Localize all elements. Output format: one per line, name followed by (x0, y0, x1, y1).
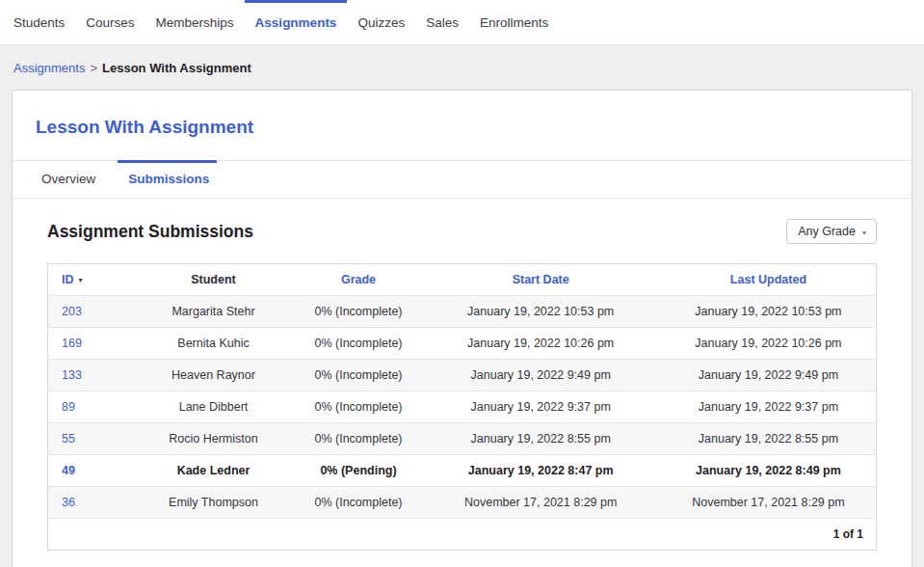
start-date-cell: January 19, 2022 10:26 pm (421, 328, 661, 360)
pagination-row: 1 of 1 (48, 519, 877, 551)
last-updated-cell: January 19, 2022 9:37 pm (661, 392, 877, 423)
nav-item-quizzes[interactable]: Quizzes (347, 0, 415, 44)
table-row: 133 Heaven Raynor 0% (Incomplete) Januar… (48, 360, 877, 392)
section-title: Assignment Submissions (47, 222, 253, 242)
grade-cell: 0% (Incomplete) (297, 487, 421, 519)
student-cell: Bernita Kuhic (131, 328, 297, 360)
tab-submissions[interactable]: Submissions (126, 161, 211, 198)
nav-item-assignments[interactable]: Assignments (245, 0, 348, 44)
start-date-cell: January 19, 2022 9:37 pm (421, 392, 661, 423)
breadcrumb-link-assignments[interactable]: Assignments (13, 61, 85, 75)
sort-caret-icon: ▾ (79, 276, 83, 284)
table-row: 55 Rocio Hermiston 0% (Incomplete) Janua… (48, 423, 877, 455)
breadcrumb: Assignments>Lesson With Assignment (0, 45, 924, 90)
column-header-id: ID▾ (48, 264, 131, 296)
table-header-row: ID▾ Student Grade Start Date Last Update… (48, 264, 877, 296)
start-date-cell: November 17, 2021 8:29 pm (421, 487, 661, 519)
submission-id-link[interactable]: 49 (62, 464, 75, 477)
last-updated-cell: January 19, 2022 10:53 pm (661, 296, 877, 328)
start-date-cell: January 19, 2022 9:49 pm (421, 360, 661, 392)
grade-filter-dropdown[interactable]: Any Grade ▾ (786, 219, 877, 244)
column-header-student: Student (131, 264, 297, 296)
table-row: 89 Lane Dibbert 0% (Incomplete) January … (48, 392, 877, 423)
submission-id-link[interactable]: 203 (62, 305, 82, 318)
last-updated-cell: November 17, 2021 8:29 pm (661, 487, 877, 519)
submissions-table: ID▾ Student Grade Start Date Last Update… (47, 263, 877, 551)
sort-id-link[interactable]: ID (62, 273, 74, 286)
column-header-grade: Grade (297, 264, 421, 296)
start-date-cell: January 19, 2022 8:55 pm (421, 423, 661, 455)
nav-item-courses[interactable]: Courses (75, 0, 145, 44)
card-header: Lesson With Assignment (13, 91, 911, 160)
table-row: 36 Emily Thompson 0% (Incomplete) Novemb… (48, 487, 877, 519)
nav-item-enrollments[interactable]: Enrollments (469, 0, 559, 44)
start-date-cell: January 19, 2022 10:53 pm (421, 296, 661, 328)
submission-id-link[interactable]: 55 (62, 432, 75, 446)
sort-grade-link[interactable]: Grade (341, 273, 376, 286)
student-cell: Emily Thompson (131, 487, 297, 519)
breadcrumb-separator: > (90, 61, 97, 75)
submissions-section: Assignment Submissions Any Grade ▾ ID▾ S… (13, 199, 911, 567)
nav-item-memberships[interactable]: Memberships (145, 0, 245, 44)
sort-start-date-link[interactable]: Start Date (513, 273, 569, 286)
student-cell: Heaven Raynor (131, 360, 297, 392)
breadcrumb-current: Lesson With Assignment (102, 61, 251, 75)
last-updated-cell: January 19, 2022 8:49 pm (661, 455, 877, 487)
grade-cell: 0% (Incomplete) (297, 423, 421, 455)
grade-cell: 0% (Incomplete) (297, 328, 421, 360)
student-cell: Rocio Hermiston (131, 423, 297, 455)
pagination-label: 1 of 1 (48, 519, 877, 551)
top-navigation: Students Courses Memberships Assignments… (0, 0, 924, 45)
student-cell: Margarita Stehr (131, 296, 297, 328)
column-header-last-updated: Last Updated (661, 264, 877, 296)
submission-id-link[interactable]: 36 (62, 496, 75, 509)
page-title: Lesson With Assignment (36, 117, 888, 138)
student-cell: Lane Dibbert (131, 392, 297, 423)
column-header-start-date: Start Date (421, 264, 661, 296)
last-updated-cell: January 19, 2022 9:49 pm (661, 360, 877, 392)
tab-bar: Overview Submissions (13, 160, 911, 199)
grade-cell: 0% (Pending) (297, 455, 421, 487)
start-date-cell: January 19, 2022 8:47 pm (421, 455, 661, 487)
tab-overview[interactable]: Overview (40, 161, 97, 198)
chevron-down-icon: ▾ (862, 228, 866, 236)
table-row: 203 Margarita Stehr 0% (Incomplete) Janu… (48, 296, 877, 328)
assignment-card: Lesson With Assignment Overview Submissi… (12, 90, 912, 567)
grade-cell: 0% (Incomplete) (297, 360, 421, 392)
grade-cell: 0% (Incomplete) (297, 296, 421, 328)
last-updated-cell: January 19, 2022 10:26 pm (661, 328, 877, 360)
submission-id-link[interactable]: 169 (62, 337, 82, 350)
submission-id-link[interactable]: 133 (62, 368, 82, 382)
student-cell: Kade Ledner (131, 455, 297, 487)
table-row: 49 Kade Ledner 0% (Pending) January 19, … (48, 455, 877, 487)
last-updated-cell: January 19, 2022 8:55 pm (661, 423, 877, 455)
submission-id-link[interactable]: 89 (62, 400, 75, 414)
nav-item-sales[interactable]: Sales (415, 0, 469, 44)
sort-last-updated-link[interactable]: Last Updated (730, 273, 806, 286)
table-row: 169 Bernita Kuhic 0% (Incomplete) Januar… (48, 328, 877, 360)
nav-item-students[interactable]: Students (3, 0, 75, 44)
grade-cell: 0% (Incomplete) (297, 392, 421, 423)
grade-filter-label: Any Grade (798, 225, 856, 238)
